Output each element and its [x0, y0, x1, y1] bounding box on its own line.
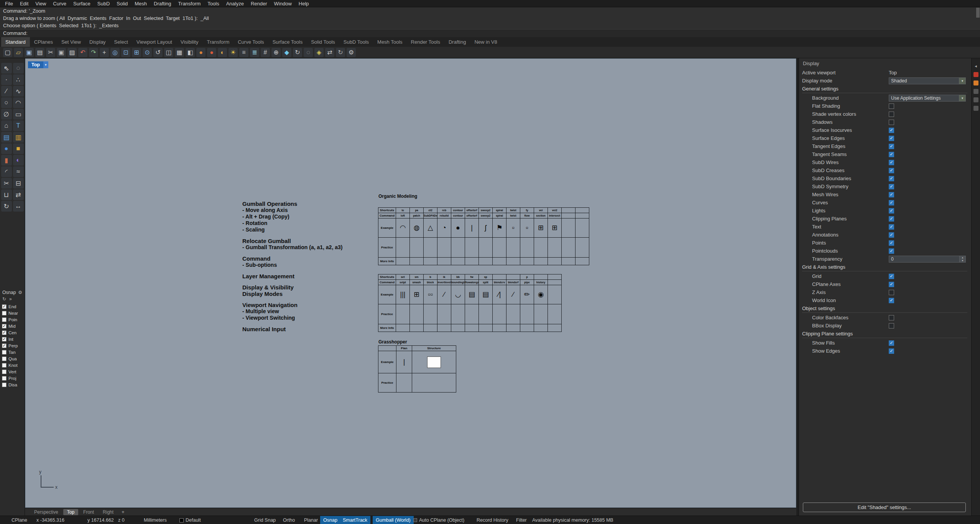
menu-analyze[interactable]: Analyze	[223, 1, 247, 7]
osnap-item-proj[interactable]: Proj	[2, 376, 23, 381]
osnap-item-poin[interactable]: Poin	[2, 317, 23, 322]
command-history[interactable]: Command: '_Zoom Drag a window to zoom ( …	[0, 7, 980, 29]
viewport-canvas[interactable]: Top ▾ Gumball Operations- Move along Axi…	[25, 58, 796, 508]
menu-file[interactable]: File	[2, 1, 16, 7]
paste-icon[interactable]: ▨	[67, 48, 77, 57]
checkbox-subd-wires[interactable]: ✓	[889, 160, 894, 165]
join-tool-icon[interactable]: ⊔	[1, 189, 12, 200]
text-tool-icon[interactable]: T	[13, 120, 24, 131]
toolbar-tab-cplanes[interactable]: CPlanes	[30, 37, 57, 47]
new-file-icon[interactable]: ▢	[3, 48, 12, 57]
osnap-icon[interactable]: ⊕	[271, 48, 281, 57]
rotate-tool-icon[interactable]: ↻	[1, 201, 12, 212]
osnap-checkbox-disa[interactable]	[2, 383, 7, 387]
osnap-item-end[interactable]: ✓End	[2, 304, 23, 309]
status-gumball-world[interactable]: Gumball (World)	[373, 516, 414, 524]
checkbox-subd-boundaries[interactable]: ✓	[889, 176, 894, 181]
toolbar-tab-curve-tools[interactable]: Curve Tools	[233, 37, 268, 47]
polygon-tool-icon[interactable]: ⌂	[1, 120, 12, 131]
sun-icon[interactable]: ☀	[229, 48, 238, 57]
checkbox-curves[interactable]: ✓	[889, 200, 894, 205]
command-history-scrollbar[interactable]	[976, 8, 980, 18]
lock-icon[interactable]: ◈	[314, 48, 324, 57]
pan-icon[interactable]: +	[100, 48, 109, 57]
spinner-down-icon[interactable]: ▾	[960, 259, 965, 262]
point-tool-icon[interactable]: ∙	[1, 74, 12, 85]
viewport-tab-front[interactable]: Front	[79, 509, 98, 515]
osnap-item-qua[interactable]: Qua	[2, 356, 23, 361]
gear-icon[interactable]: ⚙	[18, 290, 22, 295]
viewport-tab-top[interactable]: Top	[63, 509, 78, 515]
arc-tool-icon[interactable]: ◠	[13, 97, 24, 108]
copy-icon[interactable]: ▣	[57, 48, 66, 57]
checkbox-lights[interactable]: ✓	[889, 208, 894, 214]
toolbar-tab-solid-tools[interactable]: Solid Tools	[307, 37, 339, 47]
checkbox-subd-symmetry[interactable]: ✓	[889, 184, 894, 189]
viewport-layout-icon[interactable]: ◫	[164, 48, 173, 57]
boolean-tool-icon[interactable]: ◐	[13, 155, 24, 166]
rectangle-tool-icon[interactable]: ▭	[13, 109, 24, 120]
toolbar-tab-set-view[interactable]: Set View	[57, 37, 85, 47]
menu-help[interactable]: Help	[295, 1, 312, 7]
checkbox-bbox-display[interactable]: ✓	[889, 323, 894, 329]
box-tool-icon[interactable]: ■	[13, 143, 24, 154]
edit-shaded-settings-button[interactable]: Edit "Shaded" settings...	[803, 503, 966, 512]
checkbox-show-fills[interactable]: ✓	[889, 340, 894, 346]
more-options-icon[interactable]: »	[9, 296, 12, 302]
osnap-item-perp[interactable]: ✓Perp	[2, 343, 23, 348]
zoom-window-icon[interactable]: ⊡	[121, 48, 130, 57]
checkbox-clipping-planes[interactable]: ✓	[889, 216, 894, 222]
menu-view[interactable]: View	[32, 1, 49, 7]
osnap-item-disa[interactable]: Disa	[2, 382, 23, 387]
checkbox-shade-vertex-colors[interactable]: ✓	[889, 112, 894, 117]
save-icon[interactable]: ▣	[25, 48, 34, 57]
toolbar-tab-new-in-v8[interactable]: New in V8	[470, 37, 501, 47]
toolbar-tab-mesh-tools[interactable]: Mesh Tools	[373, 37, 407, 47]
toolbar-tab-visibility[interactable]: Visibility	[176, 37, 203, 47]
menu-tools[interactable]: Tools	[204, 1, 222, 7]
menu-subd[interactable]: SubD	[94, 1, 113, 7]
status-filter[interactable]: Filter	[513, 516, 530, 524]
undo-view-icon[interactable]: ↺	[153, 48, 163, 57]
menu-mesh[interactable]: Mesh	[131, 1, 150, 7]
osnap-checkbox-tan[interactable]	[2, 350, 7, 355]
render-icon[interactable]: ●	[207, 48, 216, 57]
viewport-title-label[interactable]: Top	[28, 61, 43, 68]
blend-tool-icon[interactable]: ≈	[13, 166, 24, 177]
toolbar-tab-transform[interactable]: Transform	[202, 37, 233, 47]
rotate-icon[interactable]: ↻	[336, 48, 345, 57]
viewport-title[interactable]: Top ▾	[28, 61, 48, 68]
status-planar[interactable]: Planar	[301, 516, 321, 524]
checkbox-world-icon[interactable]: ✓	[889, 298, 894, 303]
osnap-checkbox-mid[interactable]: ✓	[2, 324, 7, 329]
chevron-down-icon[interactable]: ▾	[959, 95, 965, 101]
checkbox-grid[interactable]: ✓	[889, 274, 894, 279]
osnap-checkbox-proj[interactable]	[2, 376, 7, 381]
checkbox-subd-creases[interactable]: ✓	[889, 168, 894, 173]
viewport-tab-right[interactable]: Right	[99, 509, 117, 515]
spinner-steppers[interactable]: ▴▾	[959, 256, 965, 262]
checkbox-mesh-wires[interactable]: ✓	[889, 192, 894, 197]
status-ortho[interactable]: Ortho	[280, 516, 298, 524]
status-record-history[interactable]: Record History	[474, 516, 511, 524]
open-file-icon[interactable]: ▱	[14, 48, 23, 57]
osnap-item-near[interactable]: Near	[2, 310, 23, 315]
toolbar-tab-display[interactable]: Display	[85, 37, 110, 47]
checkbox-pointclouds[interactable]: ✓	[889, 248, 894, 254]
toolbar-tab-render-tools[interactable]: Render Tools	[407, 37, 444, 47]
viewport-title-menu-icon[interactable]: ▾	[43, 61, 48, 68]
checkbox-annotations[interactable]: ✓	[889, 232, 894, 238]
checkbox-color-backfaces[interactable]: ✓	[889, 315, 894, 320]
menu-render[interactable]: Render	[247, 1, 271, 7]
viewport-tab-perspective[interactable]: Perspective	[30, 509, 62, 515]
toolbar-tab-viewport-layout[interactable]: Viewport Layout	[132, 37, 176, 47]
panel-tab-icon-3[interactable]	[973, 106, 978, 111]
toolbar-tab-surface-tools[interactable]: Surface Tools	[268, 37, 307, 47]
osnap-item-cen[interactable]: ✓Cen	[2, 330, 23, 335]
checkbox-show-edges[interactable]: ✓	[889, 348, 894, 354]
checkbox-z-axis[interactable]: ✓	[889, 290, 894, 295]
command-input[interactable]: Command:	[0, 29, 980, 37]
osnap-checkbox-vert[interactable]	[2, 370, 7, 374]
curve-tool-icon[interactable]: ∿	[13, 86, 24, 97]
chevron-down-icon[interactable]: ▾	[959, 78, 965, 84]
